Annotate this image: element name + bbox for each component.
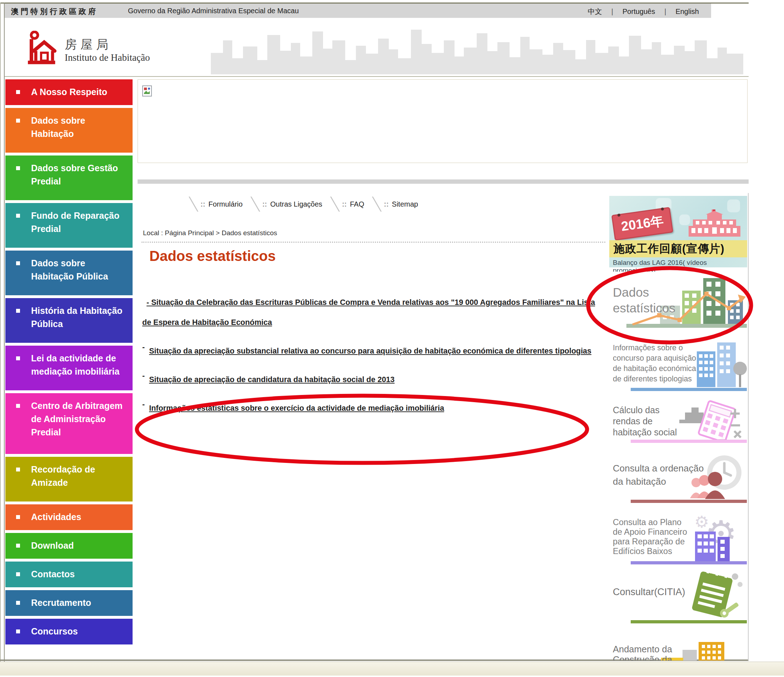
language-separator: | bbox=[664, 8, 666, 16]
bullet-square-icon bbox=[16, 356, 20, 360]
tab-dots-icon: :: bbox=[384, 200, 389, 209]
banner-dados-estatisticos[interactable]: Dados estatísticos bbox=[609, 272, 747, 333]
banner-label: Andamento da Construção da bbox=[613, 644, 672, 661]
bullet-square-icon bbox=[16, 90, 20, 94]
banner-label: Cálculo das rendas de habitação social bbox=[613, 405, 677, 438]
bullet-square-icon bbox=[16, 544, 20, 548]
sidebar-item-label: Dados sobre Gestão Predial bbox=[31, 163, 118, 186]
sidebar-item-label: Actividades bbox=[31, 512, 81, 522]
list-item: -Situação de apreciação de candidatura d… bbox=[142, 370, 597, 390]
sidebar-item-download[interactable]: Download bbox=[5, 533, 132, 559]
sidebar-item-contactos[interactable]: Contactos bbox=[5, 562, 132, 587]
horizontal-scrollbar-track[interactable] bbox=[0, 661, 784, 675]
banner-consultar-citia[interactable]: Consultar(CITIA) bbox=[609, 567, 747, 624]
tab-dots-icon: :: bbox=[201, 200, 205, 209]
tab-outras-ligacoes-label[interactable]: Outras Ligações bbox=[270, 200, 322, 209]
banner-lag-2016[interactable]: 2016年 施政工作回顧(宣傳片) B bbox=[609, 196, 747, 268]
bullet-square-icon bbox=[16, 467, 20, 472]
content-top-box bbox=[138, 79, 748, 163]
sidebar-item-recrutamento[interactable]: Recrutamento bbox=[5, 590, 132, 616]
tab-faq[interactable]: :: FAQ bbox=[334, 197, 364, 212]
sidebar-item-label: História da Habitação Pública bbox=[31, 306, 123, 329]
content-divider-bar bbox=[138, 179, 749, 184]
sidebar-item-label: Lei da actividade de mediação imobiliári… bbox=[31, 353, 119, 377]
tab-separator-slash-icon bbox=[372, 197, 382, 212]
tab-separator-slash-icon bbox=[189, 197, 198, 212]
rail-right-border bbox=[748, 193, 749, 661]
sidebar-item-fundo-reparacao-predial[interactable]: Fundo de Reparação Predial bbox=[5, 203, 132, 248]
bullet-square-icon bbox=[16, 572, 20, 576]
banner-andamento-construcao[interactable]: Andamento da Construção da bbox=[609, 640, 747, 661]
lag-title-zh: 施政工作回顧(宣傳片) bbox=[614, 241, 725, 256]
breadcrumb[interactable]: Local : Página Principal > Dados estatís… bbox=[143, 229, 277, 237]
tab-dots-icon: :: bbox=[262, 200, 267, 209]
sidebar-item-label: Centro de Arbitragem de Administração Pr… bbox=[31, 401, 123, 437]
sidebar-item-label: A Nosso Respeito bbox=[31, 87, 107, 97]
nail-dot-icon bbox=[661, 207, 664, 210]
sidebar-item-historia-habitacao-publica[interactable]: História da Habitação Pública bbox=[5, 298, 132, 343]
secondary-nav-tabs: :: Formulário :: Outras Ligações :: FAQ … bbox=[193, 196, 430, 212]
tab-faq-label[interactable]: FAQ bbox=[350, 200, 364, 209]
sidebar-item-a-nosso-respeito[interactable]: A Nosso Respeito bbox=[5, 79, 132, 105]
language-link-en[interactable]: English bbox=[675, 8, 699, 16]
language-link-pt[interactable]: Português bbox=[622, 8, 655, 16]
sidebar-item-centro-arbitragem[interactable]: Centro de Arbitragem de Administração Pr… bbox=[5, 393, 132, 454]
sidebar-item-label: Recordação de Amizade bbox=[31, 464, 95, 487]
window-frame-left-inner bbox=[4, 3, 5, 661]
tab-sitemap[interactable]: :: Sitemap bbox=[376, 197, 418, 212]
sidebar-item-dados-gestao-predial[interactable]: Dados sobre Gestão Predial bbox=[5, 156, 132, 200]
window-frame-left bbox=[0, 3, 1, 661]
banner-calculo-rendas[interactable]: Cálculo das rendas de habitação social bbox=[609, 400, 747, 444]
language-separator: | bbox=[611, 8, 613, 16]
link-mediacao-imobiliaria[interactable]: Informações estatísticas sobre o exercíc… bbox=[149, 404, 444, 412]
sidebar-item-recordacao-amizade[interactable]: Recordação de Amizade bbox=[5, 457, 132, 501]
sidebar-item-label: Dados sobre Habitação Pública bbox=[31, 258, 108, 281]
housing-bureau-logo-icon[interactable] bbox=[25, 31, 57, 67]
sidebar-item-dados-sobre-habitacao[interactable]: Dados sobre Habitação bbox=[5, 108, 132, 153]
sidebar-item-lei-mediacao-imobiliaria[interactable]: Lei da actividade de mediação imobiliári… bbox=[5, 346, 132, 390]
banner-label: Dados estatísticos bbox=[613, 285, 675, 316]
nail-dot-icon bbox=[617, 213, 620, 216]
bullet-square-icon bbox=[16, 309, 20, 313]
year-2016-sign: 2016年 bbox=[611, 207, 674, 241]
banner-label: Informações sobre o concurso para aquisi… bbox=[613, 343, 696, 384]
logo-title-zh: 房屋局 bbox=[65, 36, 112, 53]
bullet-square-icon bbox=[16, 214, 20, 218]
bullet-square-icon bbox=[16, 404, 20, 408]
list-item: -Situação da apreciação substancial rela… bbox=[142, 341, 597, 361]
bullet-square-icon bbox=[16, 629, 20, 633]
tab-formulario-label[interactable]: Formulário bbox=[208, 200, 243, 209]
right-promo-rail: 2016年 施政工作回顧(宣傳片) B bbox=[609, 193, 747, 661]
page-title: Dados estatísticos bbox=[149, 248, 275, 264]
link-escrituras-publicas[interactable]: - Situação da Celebração das Escrituras … bbox=[142, 298, 595, 327]
svg-text:⚙: ⚙ bbox=[694, 512, 709, 532]
banner-label: Consulta a ordenação da habitação bbox=[613, 462, 704, 488]
bullet-square-icon bbox=[16, 119, 20, 123]
tab-separator-slash-icon bbox=[330, 197, 340, 212]
banner-plano-apoio-financeiro[interactable]: ⚙ ⚙ Consulta ao Plano de Apoio Financeir… bbox=[609, 512, 747, 565]
sidebar-item-dados-habitacao-publica[interactable]: Dados sobre Habitação Pública bbox=[5, 251, 132, 295]
dotted-separator bbox=[142, 242, 605, 243]
language-switcher: 中文 | Português | English bbox=[579, 7, 708, 16]
tab-outras-ligacoes[interactable]: :: Outras Ligações bbox=[255, 197, 322, 212]
statistics-link-list: - Situação da Celebração das Escrituras … bbox=[142, 293, 597, 427]
sidebar-item-label: Fundo de Reparação Predial bbox=[31, 210, 119, 234]
banner-label: Consulta ao Plano de Apoio Financeiro pa… bbox=[613, 518, 687, 556]
bullet-square-icon bbox=[16, 515, 20, 519]
city-skyline-banner bbox=[211, 25, 743, 76]
link-dash-bullet: - bbox=[142, 366, 145, 386]
link-habitacao-social-2013[interactable]: Situação de apreciação de candidatura da… bbox=[149, 375, 395, 384]
sidebar-item-label: Download bbox=[31, 540, 74, 551]
broken-image-icon bbox=[142, 86, 152, 98]
list-item: -Informações estatísticas sobre o exercí… bbox=[142, 398, 597, 418]
site-header: 房屋局 Instituto de Habitação bbox=[5, 18, 749, 77]
language-link-zh[interactable]: 中文 bbox=[588, 7, 602, 16]
link-apreciacao-substancial[interactable]: Situação da apreciação substancial relat… bbox=[149, 347, 591, 355]
banner-concurso-habitacao[interactable]: Informações sobre o concurso para aquisi… bbox=[609, 341, 747, 393]
banner-ordenacao-habitacao[interactable]: Consulta a ordenação da habitação bbox=[609, 454, 747, 504]
tab-formulario[interactable]: :: Formulário bbox=[193, 197, 243, 212]
tab-sitemap-label[interactable]: Sitemap bbox=[392, 200, 418, 209]
sidebar-item-actividades[interactable]: Actividades bbox=[5, 504, 132, 530]
browser-viewport: 澳門特別行政區政府 Governo da Região Administrati… bbox=[0, 0, 784, 677]
sidebar-item-concursos[interactable]: Concursos bbox=[5, 619, 132, 644]
